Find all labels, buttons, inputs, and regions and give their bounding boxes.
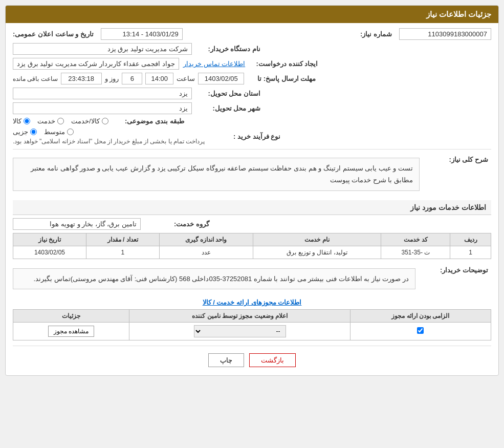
- service-section-title: اطلاعات خدمات مورد نیاز: [13, 200, 491, 215]
- license-required-checkbox[interactable]: [417, 327, 424, 334]
- city-label: شهر محل تحویل:: [192, 104, 264, 112]
- col-name: نام خدمت: [253, 233, 381, 246]
- cell-date: 1403/02/05: [13, 246, 86, 259]
- need-number-label: شماره نیاز:: [323, 30, 395, 38]
- reply-time-label: ساعت: [177, 75, 195, 82]
- province-value: یزد: [13, 88, 192, 99]
- category-kala[interactable]: کالا: [13, 117, 30, 125]
- reply-time: 14:00: [145, 73, 173, 84]
- requester-label: ایجاد کننده درخواست:: [249, 60, 321, 68]
- col-unit: واحد اندازه گیری: [159, 233, 253, 246]
- reply-remaining: 23:43:18: [61, 73, 102, 84]
- service-table-wrapper: ردیف کد خدمت نام خدمت واحد اندازه گیری ت…: [13, 233, 491, 259]
- service-group-label: گروه خدمت:: [141, 220, 212, 228]
- col-code: کد خدمت: [381, 233, 450, 246]
- datetime-label: تاریخ و ساعت اعلان عمومی:: [13, 30, 97, 38]
- print-button[interactable]: چاپ: [208, 353, 244, 367]
- buyer-notes-label: توضیحات خریدار:: [420, 264, 491, 274]
- col-date: تاریخ نیاز: [13, 233, 86, 246]
- process-label: نوع فرآیند خرید :: [212, 133, 283, 140]
- license-col-required: الزامی بودن ارائه مجوز: [350, 310, 491, 323]
- need-number-value: 1103099183000007: [399, 28, 491, 40]
- col-row: ردیف: [450, 233, 491, 246]
- footer-buttons: بازگشت چاپ: [13, 353, 491, 367]
- reply-deadline-label: مهلت ارسال پاسخ: تا: [247, 75, 319, 82]
- process-jozii[interactable]: جزیی: [13, 128, 37, 136]
- process-mutawaset[interactable]: متوسط: [44, 128, 74, 136]
- cell-row: 1: [450, 246, 491, 259]
- reply-date: 1403/02/05: [198, 73, 244, 84]
- requester-value: جواد افجمی عقداء کاربردار شرکت مدیریت تو…: [13, 58, 179, 70]
- service-table: ردیف کد خدمت نام خدمت واحد اندازه گیری ت…: [13, 233, 491, 259]
- license-status-dropdown[interactable]: --: [194, 325, 286, 337]
- need-desc-value: تست و عیب یابی سیستم ارتینگ و هم بندی حف…: [13, 158, 420, 191]
- reply-days: 6: [122, 73, 142, 84]
- cell-unit: عدد: [159, 246, 253, 259]
- reply-days-label: روز و: [105, 75, 119, 82]
- city-value: یزد: [13, 102, 192, 114]
- license-section-link[interactable]: اطلاعات مجوزهای ارائه خدمت / کالا: [13, 298, 491, 306]
- license-table: الزامی بودن ارائه مجوز اعلام وضعیت مجوز …: [13, 309, 491, 340]
- license-table-row: -- مشاهده مجوز: [13, 323, 491, 340]
- license-status-cell: --: [129, 323, 350, 340]
- need-desc-label: شرح کلی نیاز:: [420, 154, 491, 163]
- process-note: پرداخت تمام یا بخشی از مبلغ خریدار از مح…: [13, 138, 205, 145]
- reply-remaining-label: ساعت باقی مانده: [13, 75, 58, 82]
- cell-code: ت -35-351: [381, 246, 450, 259]
- datetime-value: 1403/01/29 - 13:14: [101, 28, 183, 40]
- license-col-details: جزئیات: [13, 310, 129, 323]
- province-label: استان محل تحویل:: [192, 90, 264, 97]
- cell-name: تولید، انتقال و توزیع برق: [253, 246, 381, 259]
- col-qty: تعداد / مقدار: [86, 233, 159, 246]
- cell-quantity: 1: [86, 246, 159, 259]
- license-details-cell: مشاهده مجوز: [13, 323, 129, 340]
- service-table-row: 1 ت -35-351 تولید، انتقال و توزیع برق عد…: [13, 246, 491, 259]
- buyer-notes-text: در صورت نیاز به اطلاعات فنی بیشتر می توا…: [13, 268, 415, 289]
- license-col-status: اعلام وضعیت مجوز توسط نامین کننده: [129, 310, 350, 323]
- buyer-org-value: شرکت مدیریت تولید برق یزد: [13, 43, 192, 55]
- contact-link[interactable]: اطلاعات تماس خریدار: [183, 60, 245, 68]
- service-group-value: تامین برق، گاز، بخار و تهویه هوا: [13, 218, 141, 230]
- back-button[interactable]: بازگشت: [249, 353, 296, 367]
- buyer-org-label: نام دستگاه خریدار:: [192, 45, 264, 53]
- category-khidmat[interactable]: خدمت: [37, 117, 64, 125]
- category-label: طبقه بندی موضوعی:: [116, 117, 187, 125]
- license-table-wrapper: الزامی بودن ارائه مجوز اعلام وضعیت مجوز …: [13, 309, 491, 340]
- category-kala-khidmat[interactable]: کالا/خدمت: [71, 117, 108, 125]
- page-title: جزئیات اطلاعات نیاز: [426, 10, 491, 18]
- page-header: جزئیات اطلاعات نیاز: [6, 6, 498, 23]
- view-license-button[interactable]: مشاهده مجوز: [48, 326, 94, 337]
- license-required-cell: [350, 323, 491, 340]
